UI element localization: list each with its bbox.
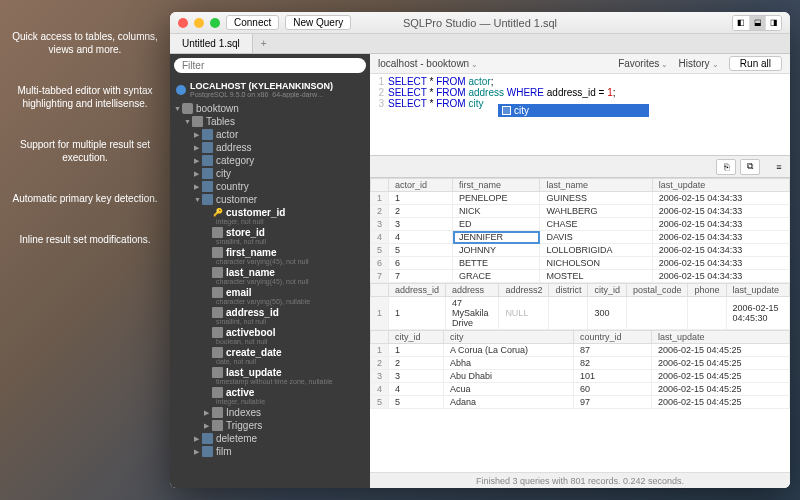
tree-node[interactable]: ▶Indexes [170,406,370,419]
tree-node[interactable]: ▼customer [170,193,370,206]
cell[interactable]: NICHOLSON [540,257,652,270]
cell[interactable]: CHASE [540,218,652,231]
table-row[interactable]: 11PENELOPEGUINESS2006-02-15 04:34:33 [371,192,790,205]
table-row[interactable]: 33Abu Dhabi1012006-02-15 04:45:25 [371,370,790,383]
new-tab-button[interactable]: + [253,38,275,49]
cell[interactable]: Abha [444,357,574,370]
cell[interactable]: 3 [389,370,444,383]
tree-node[interactable]: ▶Triggers [170,419,370,432]
cell[interactable]: 6 [389,257,453,270]
tree-node[interactable]: ▼Tables [170,115,370,128]
cell[interactable]: 5 [389,396,444,409]
layout-bottom-icon[interactable]: ⬓ [749,16,765,30]
cell[interactable]: ED [453,218,540,231]
cell[interactable]: PENELOPE [453,192,540,205]
cell[interactable]: JOHNNY [453,244,540,257]
table-row[interactable]: 66BETTENICHOLSON2006-02-15 04:34:33 [371,257,790,270]
tree-node[interactable]: ▶address [170,141,370,154]
cell[interactable]: GUINESS [540,192,652,205]
cell[interactable]: A Corua (La Corua) [444,344,574,357]
zoom-icon[interactable] [210,18,220,28]
cell[interactable]: 3 [389,218,453,231]
cell[interactable]: 2006-02-15 04:34:33 [652,244,789,257]
column-header[interactable]: first_name [453,179,540,192]
cell[interactable]: NULL [499,297,549,330]
layout-right-icon[interactable]: ◨ [765,16,781,30]
new-query-button[interactable]: New Query [285,15,351,30]
cell[interactable]: 2006-02-15 04:34:33 [652,257,789,270]
cell[interactable]: Abu Dhabi [444,370,574,383]
table-row[interactable]: 44Acua602006-02-15 04:45:25 [371,383,790,396]
autocomplete-popup[interactable]: city [498,104,649,117]
cell[interactable]: NICK [453,205,540,218]
connect-button[interactable]: Connect [226,15,279,30]
cell[interactable]: 2006-02-15 04:45:25 [652,383,790,396]
column-header[interactable]: country_id [574,331,652,344]
column-header[interactable]: city [444,331,574,344]
column-header[interactable]: phone [688,284,726,297]
column-header[interactable]: district [549,284,588,297]
close-icon[interactable] [178,18,188,28]
result-table[interactable]: address_idaddressaddress2districtcity_id… [370,283,790,330]
table-row[interactable]: 44JENNIFERDAVIS2006-02-15 04:34:33 [371,231,790,244]
column-header[interactable]: postal_code [626,284,688,297]
cell[interactable]: 1 [389,344,444,357]
sql-editor[interactable]: 1SELECT * FROM actor;2SELECT * FROM addr… [370,74,790,156]
table-row[interactable]: 55JOHNNYLOLLOBRIGIDA2006-02-15 04:34:33 [371,244,790,257]
cell[interactable]: Adana [444,396,574,409]
tree-node[interactable]: ▶actor [170,128,370,141]
cell[interactable]: 2006-02-15 04:45:25 [652,370,790,383]
context-path[interactable]: localhost - booktown [378,58,478,69]
cell[interactable]: 4 [389,231,453,244]
column-header[interactable]: address [446,284,499,297]
cell[interactable]: 2 [389,357,444,370]
column-header[interactable]: last_name [540,179,652,192]
result-table[interactable]: city_idcitycountry_idlast_update11A Coru… [370,330,790,409]
cell[interactable]: 2006-02-15 04:34:33 [652,192,789,205]
column-header[interactable]: city_id [389,331,444,344]
cell[interactable] [626,297,688,330]
result-table[interactable]: actor_idfirst_namelast_namelast_update11… [370,178,790,283]
result-menu-icon[interactable]: ≡ [774,159,784,175]
cell[interactable]: Acua [444,383,574,396]
tree-node[interactable]: ▶film [170,445,370,458]
column-header[interactable]: last_update [726,284,789,297]
layout-segmented[interactable]: ◧ ⬓ ◨ [732,15,782,31]
table-row[interactable]: 77GRACEMOSTEL2006-02-15 04:34:33 [371,270,790,283]
cell[interactable]: 2 [389,205,453,218]
table-row[interactable]: 11A Corua (La Corua)872006-02-15 04:45:2… [371,344,790,357]
cell[interactable] [549,297,588,330]
cell[interactable]: 2006-02-15 04:45:25 [652,344,790,357]
cell[interactable]: 7 [389,270,453,283]
table-row[interactable]: 55Adana972006-02-15 04:45:25 [371,396,790,409]
tree-node[interactable]: ▶category [170,154,370,167]
tree-node[interactable]: ▼booktown [170,102,370,115]
cell[interactable]: 2006-02-15 04:34:33 [652,218,789,231]
cell[interactable] [688,297,726,330]
table-row[interactable]: 1147 MySakila DriveNULL3002006-02-15 04:… [371,297,790,330]
cell[interactable]: 1 [389,192,453,205]
column-header[interactable]: address_id [389,284,446,297]
document-tab[interactable]: Untitled 1.sql [170,34,253,53]
minimize-icon[interactable] [194,18,204,28]
column-header[interactable]: last_update [652,179,789,192]
cell[interactable]: 2006-02-15 04:34:33 [652,270,789,283]
result-export-icon[interactable]: ⎘ [716,159,736,175]
table-row[interactable]: 22Abha822006-02-15 04:45:25 [371,357,790,370]
cell[interactable]: 300 [588,297,627,330]
cell[interactable]: GRACE [453,270,540,283]
cell[interactable]: 101 [574,370,652,383]
cell[interactable]: 4 [389,383,444,396]
cell[interactable]: LOLLOBRIGIDA [540,244,652,257]
table-row[interactable]: 22NICKWAHLBERG2006-02-15 04:34:33 [371,205,790,218]
cell[interactable]: 1 [389,297,446,330]
cell[interactable]: DAVIS [540,231,652,244]
schema-tree[interactable]: ▼booktown▼Tables▶actor▶address▶category▶… [170,102,370,488]
cell[interactable]: 2006-02-15 04:45:30 [726,297,789,330]
cell[interactable]: 97 [574,396,652,409]
connection-header[interactable]: LOCALHOST (KYLEHANKINSON) PostgreSQL 9.5… [170,77,370,102]
cell[interactable]: JENNIFER [453,231,540,244]
cell[interactable]: 2006-02-15 04:45:25 [652,357,790,370]
tree-node[interactable]: ▶country [170,180,370,193]
column-header[interactable]: city_id [588,284,627,297]
